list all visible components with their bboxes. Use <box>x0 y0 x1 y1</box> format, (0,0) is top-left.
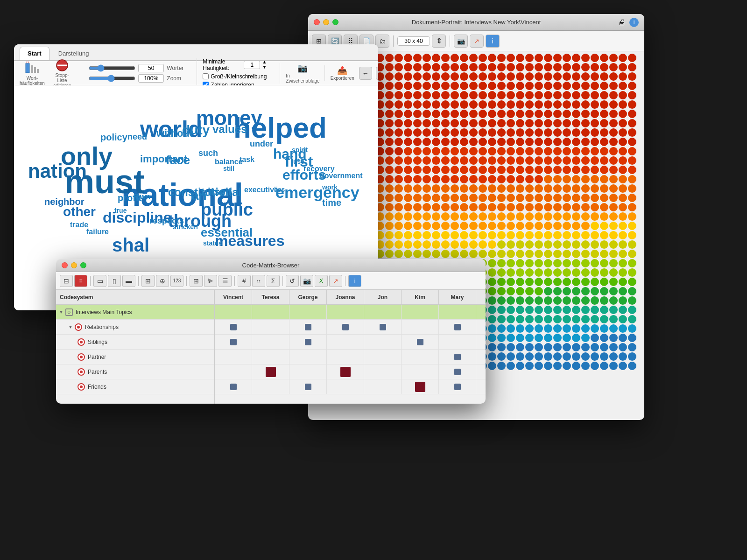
dot <box>628 63 636 71</box>
dot <box>497 250 506 258</box>
print-button[interactable]: 🖨 <box>376 67 378 80</box>
camera-icon[interactable]: 📷 <box>454 35 468 48</box>
word-true[interactable]: true <box>114 207 127 214</box>
word-frequencies-tool[interactable]: W Wort-häufigkeiten <box>20 61 45 86</box>
dot <box>572 306 580 314</box>
zoom-input[interactable] <box>138 74 164 83</box>
tb-connect[interactable]: ⊕ <box>156 275 169 287</box>
dot <box>619 343 627 351</box>
table-icon[interactable]: 🗂 <box>375 35 389 48</box>
close-button[interactable] <box>314 19 320 25</box>
word-stricken[interactable]: stricken <box>173 223 198 231</box>
table-row[interactable]: Partner <box>56 350 214 364</box>
tb-camera[interactable]: 📷 <box>300 275 313 287</box>
tb-cols[interactable]: ⫸ <box>204 275 217 287</box>
table-row[interactable]: ▼⊙Interviews Main Topics <box>56 305 214 320</box>
word-values[interactable]: values <box>212 123 247 136</box>
person-header-teresa: Teresa <box>252 290 289 304</box>
stepper-up[interactable]: ▲▼ <box>262 60 267 70</box>
dot <box>432 250 440 258</box>
word-such[interactable]: such <box>198 148 218 158</box>
export-icon[interactable]: ↗ <box>470 35 484 48</box>
tb-hash[interactable]: # <box>238 275 251 287</box>
tb-col3[interactable]: ▬ <box>122 275 135 287</box>
dot <box>413 212 422 221</box>
word-use[interactable]: use <box>293 158 304 165</box>
word-shal[interactable]: shal <box>112 235 149 256</box>
dot <box>479 72 487 81</box>
tb-sigma[interactable]: Σ <box>267 275 280 287</box>
info2-icon[interactable]: i <box>486 35 500 48</box>
word-task[interactable]: task <box>240 155 254 164</box>
min-freq-input[interactable] <box>244 61 260 69</box>
word-time[interactable]: time <box>322 197 341 208</box>
dot <box>553 362 562 370</box>
dot <box>553 315 562 323</box>
word-failure[interactable]: failure <box>86 228 109 236</box>
word-still[interactable]: still <box>223 165 234 172</box>
dot <box>413 119 422 127</box>
case-sensitive-checkbox[interactable] <box>203 73 209 79</box>
tb-col2[interactable]: ▯ <box>108 275 121 287</box>
matrix-close[interactable] <box>62 262 68 268</box>
tb-rows[interactable]: ☰ <box>218 275 232 287</box>
word-nation[interactable]: nation <box>28 160 87 182</box>
tb-grid2[interactable]: ₁₂ <box>252 275 265 287</box>
word-own[interactable]: own <box>135 193 150 201</box>
words-slider[interactable] <box>89 64 135 72</box>
maximize-button[interactable] <box>332 19 338 25</box>
word-essential[interactable]: essential <box>201 225 253 240</box>
tree-arrow[interactable]: ▼ <box>59 309 63 315</box>
tb-plus[interactable]: ⊞ <box>141 275 155 287</box>
dot <box>460 54 468 62</box>
tb-excel[interactable]: X <box>315 275 328 287</box>
dot <box>413 91 422 99</box>
stepper-icon[interactable]: ⇕ <box>432 35 446 48</box>
matrix-minimize[interactable] <box>71 262 77 268</box>
word-states[interactable]: states <box>203 239 222 247</box>
export-button[interactable]: 📤 Exportieren <box>331 65 354 81</box>
word-government[interactable]: government <box>320 172 363 180</box>
zoom-slider[interactable] <box>89 75 135 82</box>
tb-table[interactable]: ⊞ <box>190 275 203 287</box>
word-an[interactable]: an <box>191 188 207 203</box>
clipboard-button[interactable]: 📷 In Zwischenablage <box>286 63 319 84</box>
tab-start[interactable]: Start <box>20 47 49 60</box>
table-row[interactable]: Parents <box>56 364 214 379</box>
tb-grid[interactable]: ⊟ <box>60 275 73 287</box>
table-row[interactable]: Siblings <box>56 335 214 350</box>
table-row[interactable]: ▼Relationships <box>56 320 214 335</box>
info-icon[interactable]: i <box>629 18 639 27</box>
word-executive[interactable]: executive <box>244 186 278 194</box>
word-work[interactable]: work <box>322 183 338 191</box>
back-button[interactable]: ← <box>359 67 372 80</box>
word-itself[interactable]: itself <box>208 186 232 198</box>
word-under[interactable]: under <box>250 139 273 149</box>
word-important[interactable]: important <box>140 153 187 165</box>
tb-refresh[interactable]: ↺ <box>286 275 299 287</box>
words-count-input[interactable] <box>138 64 164 72</box>
tb-red[interactable]: ≡ <box>74 275 87 287</box>
word-trade[interactable]: trade <box>70 221 88 229</box>
dot <box>619 306 627 314</box>
print-icon[interactable]: 🖨 <box>618 18 626 27</box>
dot <box>544 250 552 258</box>
tb-export[interactable]: ↗ <box>329 275 342 287</box>
word-without[interactable]: without <box>156 127 193 140</box>
word-neighbor[interactable]: neighbor <box>44 196 85 207</box>
table-row[interactable]: Friends <box>56 379 214 394</box>
size-input[interactable] <box>397 36 430 46</box>
tb-col1[interactable]: ▭ <box>93 275 106 287</box>
word-need[interactable]: need <box>127 132 147 142</box>
dot <box>497 352 506 361</box>
matrix-maximize[interactable] <box>80 262 86 268</box>
word-emergency[interactable]: emergency <box>275 183 359 202</box>
tree-arrow[interactable]: ▼ <box>68 324 73 329</box>
tb-info[interactable]: i <box>348 275 361 287</box>
minimize-button[interactable] <box>323 19 329 25</box>
stop-list-tool[interactable]: Stopp-Listeeditieren <box>53 58 71 88</box>
word-spirit[interactable]: spirit <box>292 146 308 154</box>
tb-123[interactable]: 123 <box>170 275 183 287</box>
code-icon <box>78 353 85 361</box>
word-policy[interactable]: policy <box>100 132 127 143</box>
